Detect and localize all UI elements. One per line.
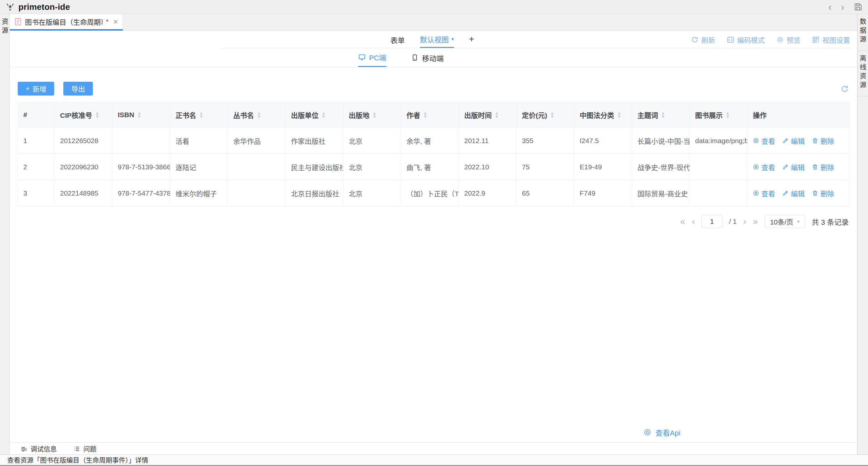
first-page-button[interactable]: « <box>680 217 685 226</box>
column-header-place[interactable]: 出版地▲▼ <box>343 103 401 128</box>
cell-display: data:image/png;base64 <box>690 128 748 154</box>
eye-icon <box>644 429 651 436</box>
add-view-button[interactable]: + <box>469 34 474 46</box>
cell-subject: 长篇小说-中国-当代 <box>632 128 690 154</box>
caret-down-icon: ▼ <box>95 115 99 118</box>
tab-default-view[interactable]: 默认视图 ▾ <box>420 31 454 48</box>
cell-title: 维米尔的帽子 <box>170 180 228 206</box>
row-action-edit[interactable]: 编辑 <box>782 136 805 146</box>
row-action-delete[interactable]: 删除 <box>812 188 834 198</box>
sort-icons[interactable]: ▲▼ <box>95 111 99 118</box>
table-row: 22022096230978-7-5139-3866逐陆记民主与建设出版社北京曲… <box>18 154 850 180</box>
cell-display <box>690 180 748 206</box>
edit-icon <box>782 190 788 196</box>
row-action-label: 删除 <box>820 162 834 172</box>
column-label: # <box>23 111 27 119</box>
dirty-indicator: * <box>106 18 108 26</box>
cell-price: 355 <box>517 128 575 154</box>
row-action-label: 查看 <box>762 136 775 146</box>
page-size-select[interactable]: 10条/页 ▾ <box>765 215 805 228</box>
rail-item-resources[interactable]: 资源 <box>0 14 9 42</box>
tab-pc[interactable]: PC端 <box>358 48 386 67</box>
add-button[interactable]: + 新增 <box>18 82 54 95</box>
prev-page-button[interactable]: ‹ <box>692 217 695 226</box>
sort-icons[interactable]: ▲▼ <box>137 111 142 118</box>
editor-tab-book-cip[interactable]: 图书在版编目（生命周期事件） * × <box>10 14 123 31</box>
row-action-view[interactable]: 查看 <box>753 162 775 172</box>
cell-operations: 查看编辑删除 <box>748 154 850 180</box>
row-action-view[interactable]: 查看 <box>753 188 775 198</box>
preview-button[interactable]: 预览 <box>776 35 800 45</box>
code-mode-button[interactable]: 编码模式 <box>727 35 765 45</box>
sort-icons[interactable]: ▲▼ <box>661 111 665 118</box>
sort-icons[interactable]: ▲▼ <box>550 111 554 118</box>
app-title: primeton-ide <box>19 2 70 12</box>
sort-icons[interactable]: ▲▼ <box>725 111 730 118</box>
pagination: « ‹ / 1 › » 10条/页 ▾ 共 3 条记录 <box>10 215 849 228</box>
next-page-button[interactable]: › <box>743 217 746 226</box>
caret-down-icon: ▼ <box>495 115 499 118</box>
rail-item-offline-resources[interactable]: 离线资源 <box>858 51 868 96</box>
cell-place: 北京 <box>343 180 401 206</box>
sort-icons[interactable]: ▲▼ <box>199 111 204 118</box>
column-header-publisher[interactable]: 出版单位▲▼ <box>286 103 343 128</box>
column-header-author[interactable]: 作者▲▼ <box>401 103 459 128</box>
row-action-delete[interactable]: 删除 <box>812 136 834 146</box>
cell-price: 65 <box>517 180 575 206</box>
column-header-pubdate[interactable]: 出版时间▲▼ <box>459 103 517 128</box>
cell-isbn <box>113 128 170 154</box>
page-total-label: / 1 <box>729 217 737 226</box>
column-header-display[interactable]: 图书展示▲▼ <box>690 103 748 128</box>
row-action-delete[interactable]: 删除 <box>812 162 834 172</box>
caret-down-icon: ▼ <box>423 115 428 118</box>
column-header-series[interactable]: 丛书名▲▼ <box>228 103 286 128</box>
sort-icons[interactable]: ▲▼ <box>321 111 326 118</box>
title-bar: primeton-ide ‹ › <box>0 0 868 14</box>
data-panel: + 新增 导出 #CIP核准号▲▼ISBN▲▼正书名▲▼丛书名▲▼出版单位▲▼出… <box>10 67 857 455</box>
row-action-view[interactable]: 查看 <box>753 136 775 146</box>
caret-down-icon: ▼ <box>661 115 665 118</box>
column-label: 中图法分类 <box>580 110 614 120</box>
sort-icons[interactable]: ▲▼ <box>617 111 621 118</box>
device-tabs: PC端 移动端 <box>358 48 444 67</box>
cell-title: 活着 <box>170 128 228 154</box>
view-settings-button[interactable]: 视图设置 <box>812 35 850 45</box>
tab-mobile[interactable]: 移动端 <box>411 48 444 67</box>
sync-icon[interactable] <box>841 85 849 93</box>
save-icon[interactable] <box>854 2 863 11</box>
sort-icons[interactable]: ▲▼ <box>423 111 428 118</box>
sort-icons[interactable]: ▲▼ <box>495 111 499 118</box>
column-header-price[interactable]: 定价(元)▲▼ <box>517 103 575 128</box>
button-row: + 新增 导出 <box>10 67 857 95</box>
column-header-clc[interactable]: 中图法分类▲▼ <box>575 103 632 128</box>
column-header-title[interactable]: 正书名▲▼ <box>170 103 228 128</box>
column-header-subject[interactable]: 主题词▲▼ <box>632 103 690 128</box>
left-rail: 资源 <box>0 14 10 455</box>
tab-problems[interactable]: 问题 <box>73 444 96 454</box>
row-action-edit[interactable]: 编辑 <box>782 162 805 172</box>
cell-publisher: 民主与建设出版社 <box>286 154 343 180</box>
cell-cip: 2012265028 <box>55 128 113 154</box>
column-header-isbn[interactable]: ISBN▲▼ <box>113 103 170 128</box>
row-action-edit[interactable]: 编辑 <box>782 188 805 198</box>
close-tab-icon[interactable]: × <box>113 18 118 26</box>
page-input[interactable] <box>701 215 722 228</box>
refresh-button[interactable]: 刷新 <box>691 35 715 45</box>
nav-back-icon[interactable]: ‹ <box>828 2 832 12</box>
row-action-label: 编辑 <box>791 188 805 198</box>
column-header-cip[interactable]: CIP核准号▲▼ <box>55 103 113 128</box>
editor: 表单 默认视图 ▾ + 刷新 <box>10 31 857 455</box>
view-api-link[interactable]: 查看Api <box>644 427 680 437</box>
sort-icons[interactable]: ▲▼ <box>257 111 261 118</box>
last-page-button[interactable]: » <box>753 217 758 226</box>
rail-item-datasource[interactable]: 数据源 <box>858 14 868 51</box>
column-label: 出版时间 <box>464 110 492 120</box>
export-button[interactable]: 导出 <box>63 82 93 95</box>
tab-debug-info[interactable]: 调试信息 <box>20 444 57 454</box>
sort-icons[interactable]: ▲▼ <box>372 111 377 118</box>
column-label: 操作 <box>753 110 767 120</box>
tab-form[interactable]: 表单 <box>391 31 405 48</box>
monitor-icon <box>358 54 366 61</box>
nav-forward-icon[interactable]: › <box>841 2 844 12</box>
status-text: 查看资源「图书在版编目（生命周期事件）」详情 <box>7 455 148 465</box>
